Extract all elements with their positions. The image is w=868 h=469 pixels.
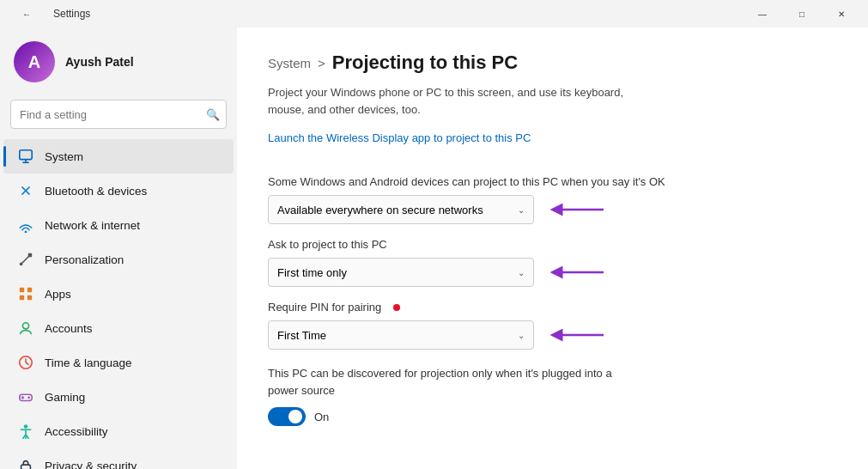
sidebar-item-label-accounts: Accounts: [45, 322, 220, 335]
sidebar-item-label-accessibility: Accessibility: [45, 425, 220, 438]
svg-point-3: [25, 231, 27, 233]
power-toggle[interactable]: [268, 407, 306, 426]
toggle-row: On: [268, 407, 837, 426]
sidebar-item-bluetooth[interactable]: Bluetooth & devices: [3, 174, 234, 208]
page-title: Projecting to this PC: [332, 52, 518, 74]
privacy-icon: [17, 457, 34, 469]
sidebar-item-accounts[interactable]: Accounts: [3, 311, 234, 345]
arrow1-indicator: [548, 199, 608, 220]
sidebar-item-apps[interactable]: Apps: [3, 277, 234, 311]
gaming-icon: [17, 388, 34, 405]
sidebar-item-label-gaming: Gaming: [45, 391, 220, 404]
minimize-button[interactable]: —: [743, 0, 782, 27]
arrow3-svg: [548, 325, 608, 345]
sidebar-item-label-bluetooth: Bluetooth & devices: [45, 185, 220, 198]
bluetooth-icon: [17, 182, 34, 199]
svg-rect-7: [20, 288, 24, 292]
system-icon: [17, 148, 34, 165]
dropdown2-value: First time only: [277, 266, 347, 279]
arrow2-indicator: [548, 262, 608, 283]
dropdown2[interactable]: First time only ⌄: [268, 258, 534, 287]
svg-point-17: [27, 397, 30, 399]
dropdown1-value: Available everywhere on secure networks: [277, 204, 483, 216]
apps-icon: [17, 285, 34, 302]
sidebar-item-label-privacy: Privacy & security: [45, 460, 220, 470]
maximize-button[interactable]: □: [782, 0, 822, 27]
accounts-icon: [17, 320, 34, 337]
discovery-text: This PC can be discovered for projection…: [268, 365, 628, 399]
section3-label-row: Require PIN for pairing: [268, 301, 837, 314]
search-input[interactable]: [10, 100, 227, 129]
dropdown3-value: First Time: [277, 329, 326, 342]
section3-label: Require PIN for pairing: [268, 301, 381, 314]
dropdown1-chevron: ⌄: [518, 205, 525, 215]
time-icon: [17, 354, 34, 371]
sidebar-item-network[interactable]: Network & internet: [3, 208, 234, 242]
dropdown3-row: First Time ⌄: [268, 320, 837, 350]
sidebar-item-label-apps: Apps: [45, 288, 220, 301]
arrow1-svg: [548, 199, 608, 220]
section2-label: Ask to project to this PC: [268, 238, 837, 251]
sidebar-item-accessibility[interactable]: Accessibility: [3, 414, 234, 448]
page-description: Project your Windows phone or PC to this…: [268, 84, 663, 118]
back-button[interactable]: ←: [7, 0, 46, 27]
launch-link[interactable]: Launch the Wireless Display app to proje…: [268, 131, 531, 144]
pin-required-dot: [393, 304, 400, 311]
sidebar-item-personalization[interactable]: Personalization: [3, 242, 234, 277]
accessibility-icon: [17, 423, 34, 440]
avatar: A: [14, 41, 55, 82]
toggle-label: On: [314, 411, 329, 423]
nav-list: System Bluetooth & devices Network & int…: [0, 139, 237, 469]
dropdown2-row: First time only ⌄: [268, 258, 837, 287]
svg-rect-5: [28, 253, 33, 258]
svg-rect-9: [20, 295, 24, 300]
dropdown3-chevron: ⌄: [518, 331, 525, 340]
sidebar: A Ayush Patel 🔍 System Bluetooth & devic…: [0, 27, 237, 469]
sidebar-item-gaming[interactable]: Gaming: [3, 380, 234, 414]
sidebar-item-time[interactable]: Time & language: [3, 345, 234, 380]
breadcrumb: System > Projecting to this PC: [268, 52, 837, 74]
svg-line-14: [26, 362, 29, 365]
main-content: System > Projecting to this PC Project y…: [237, 27, 868, 469]
arrow3-indicator: [548, 325, 608, 345]
personalization-icon: [17, 251, 34, 268]
svg-rect-10: [27, 295, 32, 300]
sidebar-item-privacy[interactable]: Privacy & security: [3, 448, 234, 469]
app-body: A Ayush Patel 🔍 System Bluetooth & devic…: [0, 27, 868, 469]
sidebar-item-label-time: Time & language: [45, 356, 220, 369]
sidebar-item-system[interactable]: System: [3, 139, 234, 174]
titlebar: ← Settings — □ ✕: [0, 0, 868, 27]
svg-rect-0: [20, 150, 32, 160]
breadcrumb-parent: System: [268, 56, 311, 70]
svg-point-20: [24, 424, 28, 429]
close-button[interactable]: ✕: [822, 0, 861, 27]
sidebar-item-label-personalization: Personalization: [45, 253, 220, 266]
sidebar-item-label-network: Network & internet: [45, 219, 220, 232]
dropdown2-chevron: ⌄: [518, 268, 525, 277]
dropdown3[interactable]: First Time ⌄: [268, 320, 534, 350]
breadcrumb-separator: >: [318, 56, 325, 70]
titlebar-controls: — □ ✕: [743, 0, 861, 27]
titlebar-left: ← Settings: [7, 0, 90, 27]
svg-point-11: [22, 323, 28, 329]
user-name: Ayush Patel: [65, 55, 134, 69]
svg-rect-25: [21, 465, 31, 469]
search-icon: 🔍: [206, 108, 220, 121]
svg-point-6: [20, 263, 23, 266]
network-icon: [17, 216, 34, 234]
svg-rect-8: [27, 288, 32, 292]
arrow2-svg: [548, 262, 608, 283]
search-box: 🔍: [10, 100, 227, 129]
titlebar-title: Settings: [53, 8, 90, 20]
toggle-knob: [288, 410, 302, 423]
dropdown1[interactable]: Available everywhere on secure networks …: [268, 195, 534, 224]
section1-label: Some Windows and Android devices can pro…: [268, 175, 837, 188]
dropdown1-row: Available everywhere on secure networks …: [268, 195, 837, 224]
user-section: A Ayush Patel: [0, 31, 237, 93]
sidebar-item-label-system: System: [45, 150, 220, 163]
